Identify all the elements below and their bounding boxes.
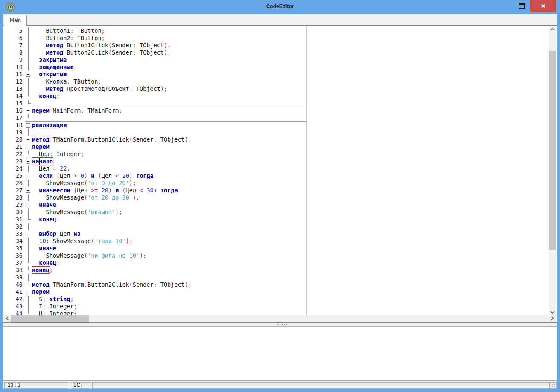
line-number: 19 xyxy=(4,129,25,136)
code-line[interactable]: 31 конец; xyxy=(4,216,549,223)
code-line[interactable]: 41перем xyxy=(4,288,549,296)
code-line[interactable]: 12 Кнопка: TButton; xyxy=(4,78,549,85)
fold-toggle-icon[interactable] xyxy=(25,187,32,194)
code-line[interactable]: 40метод TMainForm.Button2Click(Sender: T… xyxy=(4,281,549,288)
fold-toggle-icon[interactable] xyxy=(25,172,32,180)
code-line[interactable]: 27 иначеесли (Цел >= 20) и (Цел < 30) то… xyxy=(4,187,549,194)
fold-toggle-icon[interactable] xyxy=(25,158,32,165)
line-number: 39 xyxy=(4,274,25,281)
tab-main[interactable]: Main xyxy=(4,15,27,26)
resize-grip[interactable] xyxy=(550,382,557,389)
code-line[interactable]: 8 метод Button2Click(Sender: TObject); xyxy=(4,49,549,56)
code-line[interactable]: 38конец; xyxy=(4,267,549,274)
code-line[interactable]: 14 конец; xyxy=(4,93,549,100)
code-text: начало xyxy=(32,158,53,165)
pane-splitter[interactable] xyxy=(3,323,557,326)
scroll-left-button[interactable] xyxy=(4,315,11,322)
line-number: 11 xyxy=(4,71,25,78)
code-line[interactable]: 28 ShowMessage('от 20 до 30'); xyxy=(4,194,549,201)
code-line[interactable]: 5 Button1: TButton; xyxy=(4,27,549,35)
maximize-button[interactable] xyxy=(513,0,530,13)
code-line[interactable]: 21перем xyxy=(4,143,549,151)
code-line[interactable]: 17 xyxy=(4,114,549,122)
code-line[interactable]: 32 xyxy=(4,223,549,230)
line-number: 24 xyxy=(4,165,25,172)
code-line[interactable]: 6 Button2: TButton; xyxy=(4,35,549,42)
close-button[interactable]: ✕ xyxy=(530,0,556,12)
code-line[interactable]: 39 xyxy=(4,274,549,281)
fold-guide xyxy=(25,35,32,42)
line-number: 15 xyxy=(4,100,25,107)
code-line[interactable]: 15 xyxy=(4,100,549,107)
code-line[interactable]: 35 иначе xyxy=(4,245,549,252)
code-line[interactable]: 18реализация xyxy=(4,122,549,129)
code-line[interactable]: 20метод TMainForm.Button1Click(Sender: T… xyxy=(4,136,549,143)
code-line[interactable]: 19 xyxy=(4,129,549,136)
code-line[interactable]: 42 S: string; xyxy=(4,296,549,303)
code-line[interactable]: 33 выбор Цел из xyxy=(4,230,549,238)
line-number: 33 xyxy=(4,230,25,238)
code-line[interactable]: 24 Цел = 22; xyxy=(4,165,549,172)
code-text-area[interactable]: 5 Button1: TButton;6 Button2: TButton;7 … xyxy=(4,26,549,315)
code-text: Ц: Integer; xyxy=(32,310,77,315)
code-text: иначе xyxy=(32,245,56,252)
horizontal-scrollbar[interactable] xyxy=(4,315,556,322)
scroll-up-button[interactable] xyxy=(549,26,556,33)
line-number: 12 xyxy=(4,78,25,85)
code-text: Кнопка: TButton; xyxy=(32,78,102,85)
fold-toggle-icon[interactable] xyxy=(25,281,32,288)
code-line[interactable]: 43 I: Integer; xyxy=(4,303,549,310)
fold-toggle-icon[interactable] xyxy=(25,122,32,129)
fold-guide xyxy=(25,180,32,187)
horizontal-scroll-thumb[interactable] xyxy=(11,315,89,322)
code-line[interactable]: 25 если (Цел > 0) и (Цел < 20) тогда xyxy=(4,172,549,180)
fold-toggle-icon[interactable] xyxy=(25,143,32,151)
code-text: метод Button1Click(Sender: TObject); xyxy=(32,42,171,49)
vertical-scrollbar[interactable] xyxy=(549,26,556,316)
code-text: Button1: TButton; xyxy=(32,27,105,35)
code-line[interactable]: 10 защищенные xyxy=(4,64,549,71)
code-text: конец; xyxy=(32,259,60,267)
fold-toggle-icon[interactable] xyxy=(25,136,32,143)
scroll-right-button[interactable] xyxy=(549,315,556,322)
text-caret xyxy=(39,158,40,165)
chevron-right-icon xyxy=(550,317,554,321)
line-number: 42 xyxy=(4,296,25,303)
code-line[interactable]: 30 ShowMessage('ываыва'); xyxy=(4,209,549,216)
code-line[interactable]: 29 иначе xyxy=(4,201,549,209)
code-line[interactable]: 9 закрытые xyxy=(4,56,549,64)
code-line[interactable]: 22 Цел: Integer; xyxy=(4,151,549,158)
code-line[interactable]: 37 конец; xyxy=(4,259,549,267)
code-line[interactable]: 44 Ц: Integer; xyxy=(4,310,549,315)
titlebar[interactable]: CodeEditor ✕ xyxy=(0,0,560,14)
code-line[interactable]: 16перем MainForm: TMainForm; xyxy=(4,107,549,114)
fold-toggle-icon[interactable] xyxy=(25,107,32,114)
fold-guide xyxy=(25,56,32,64)
code-text: S: string; xyxy=(32,296,74,303)
code-text: иначеесли (Цел >= 20) и (Цел < 30) тогда xyxy=(32,187,178,194)
fold-toggle-icon[interactable] xyxy=(25,288,32,296)
code-line[interactable]: 26 ShowMessage('от 0 до 20'); xyxy=(4,180,549,187)
fold-guide xyxy=(25,245,32,252)
fold-guide xyxy=(25,93,32,100)
code-line[interactable]: 36 ShowMessage('ни фига не 10'); xyxy=(4,252,549,259)
fold-toggle-icon[interactable] xyxy=(25,71,32,78)
code-text: закрытые xyxy=(32,56,67,64)
code-line[interactable]: 11 открытые xyxy=(4,71,549,78)
vertical-scroll-thumb[interactable] xyxy=(549,51,556,250)
code-text: выбор Цел из xyxy=(32,230,81,238)
code-line[interactable]: 13 метод ПростоМетод(Объект: TObject); xyxy=(4,85,549,93)
line-number: 10 xyxy=(4,64,25,71)
fold-guide xyxy=(25,252,32,259)
code-text: ShowMessage('от 0 до 20'); xyxy=(32,180,136,187)
fold-guide xyxy=(25,129,32,136)
code-text: метод TMainForm.Button1Click(Sender: TOb… xyxy=(32,136,192,143)
fold-toggle-icon[interactable] xyxy=(25,201,32,209)
code-editor[interactable]: 5 Button1: TButton;6 Button2: TButton;7 … xyxy=(3,25,557,323)
fold-toggle-icon[interactable] xyxy=(25,230,32,238)
code-line[interactable]: 23начало xyxy=(4,158,549,165)
code-line[interactable]: 7 метод Button1Click(Sender: TObject); xyxy=(4,42,549,49)
line-number: 6 xyxy=(4,35,25,42)
window-title: CodeEditor xyxy=(0,3,560,9)
code-line[interactable]: 34 10: ShowMessage('таки 10'); xyxy=(4,238,549,245)
